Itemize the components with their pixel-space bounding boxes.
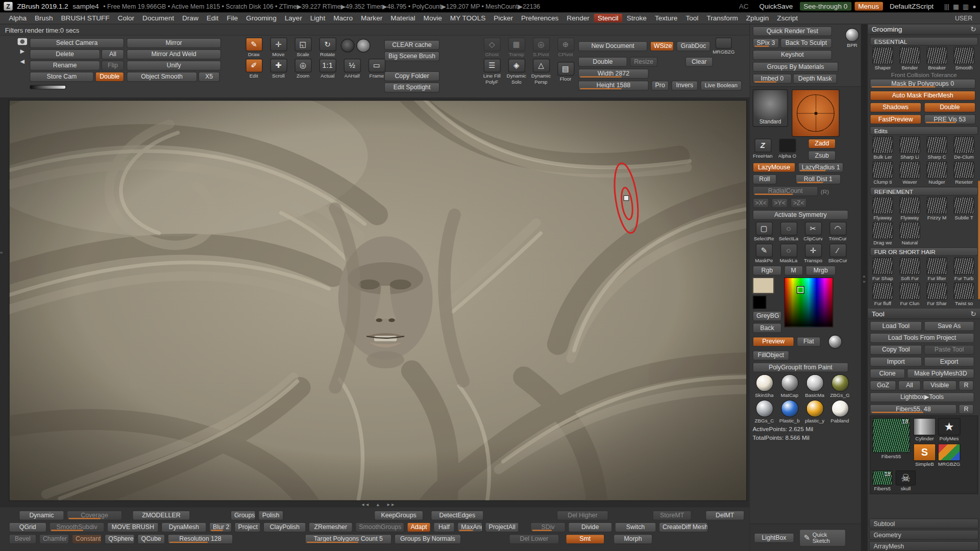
flip-button[interactable]: Flip (102, 61, 124, 71)
color-picker[interactable] (784, 278, 833, 328)
wsize-toggle[interactable]: WSize (650, 41, 674, 52)
groups-button[interactable]: Groups (231, 510, 256, 520)
creatediff-mesh-button[interactable]: CreateDiff Mesh (659, 522, 708, 533)
material-pabland[interactable]: Pabland (828, 400, 852, 424)
switch-button[interactable]: Switch (615, 522, 656, 533)
qsphere-button[interactable]: QSphere (105, 534, 135, 544)
brush-circle-dark-icon[interactable] (341, 39, 355, 53)
current-tool-slider[interactable]: Fibers55. 48 (870, 404, 957, 414)
grooming-panel-header[interactable]: Grooming ↻ (868, 24, 980, 35)
menu-item[interactable]: Edit (203, 14, 222, 22)
activate-symmetry-button[interactable]: Activate Symmetry (753, 210, 849, 220)
select-rect-brush[interactable]: ▢SelectRe (753, 222, 775, 242)
menu-item[interactable]: Transform (703, 14, 742, 22)
left-edge-scroll-icon[interactable]: « (0, 250, 3, 256)
tool-thumb-cylinder[interactable]: Cylinder (913, 418, 936, 442)
viewport-canvas[interactable] (9, 100, 747, 501)
divide-button[interactable]: Divide (568, 522, 612, 533)
menu-item[interactable]: Tool (682, 14, 702, 22)
tool-thumb-fibers5[interactable]: 18Fibers5 (872, 470, 892, 492)
imbed-slider[interactable]: Imbed 0 (753, 73, 792, 84)
storemt-button[interactable]: StoreMT (652, 510, 692, 520)
grooming-brush[interactable]: De-Clum (951, 136, 976, 160)
lazyradius-slider[interactable]: LazyRadius 1 (798, 162, 843, 172)
zremesher-button[interactable]: ZRemesher (309, 522, 353, 533)
tool-thumb-skull[interactable]: skull (896, 470, 916, 492)
m-toggle[interactable]: M (784, 265, 803, 276)
clear-cache-button[interactable]: CLEAR cache (384, 40, 440, 50)
goz-r-button[interactable]: R (959, 381, 974, 391)
menu-item[interactable]: BRUSH STUFF (57, 14, 113, 22)
panel-cycle-icon[interactable]: ↻ (970, 310, 976, 318)
camera-icon[interactable] (18, 38, 28, 45)
material-matcap[interactable]: MatCap (778, 374, 801, 398)
section-edits[interactable]: Edits (870, 126, 978, 135)
main-color-swatch[interactable] (753, 278, 774, 294)
auto-mask-fibermesh-toggle[interactable]: Auto Mask FiberMesh (870, 91, 975, 101)
grooming-brush[interactable]: Bulk Ler (870, 136, 895, 160)
scroll-button[interactable]: ✚Scroll (267, 59, 289, 79)
scroll-right-icon[interactable]: ►► (386, 502, 395, 507)
clear-button[interactable]: Clear (685, 57, 713, 67)
panel-grid-icon[interactable]: ▦ (953, 3, 959, 10)
section-refinement[interactable]: REFINEMENT (870, 187, 978, 195)
menu-item[interactable]: MY TOOLS (446, 14, 489, 22)
tool-thumb-polymesh3d[interactable]: PolyMes (938, 418, 960, 442)
tool-thumb-fibers55[interactable]: 18 Fibers55 (872, 418, 910, 459)
double-toggle[interactable]: Double (924, 103, 975, 113)
scale-mode-button[interactable]: ◱Scale (291, 37, 314, 57)
maxang-slider[interactable]: MaxAng (457, 522, 482, 533)
mrgb-toggle[interactable]: Mrgb (805, 265, 836, 276)
record-icon[interactable]: ● (972, 3, 976, 10)
tool-thumb-mrgbzgrabber[interactable]: MRGBZG (938, 443, 960, 467)
grooming-brush[interactable]: Smooth (951, 47, 976, 71)
double-sided-button[interactable]: Double (95, 72, 124, 82)
grooming-brush[interactable]: Natural (897, 222, 922, 246)
select-camera-button[interactable]: Select Camera (30, 38, 124, 48)
half-button[interactable]: Half (433, 522, 455, 533)
qgrid-button[interactable]: QGrid (9, 522, 46, 533)
back-to-sculpt-button[interactable]: Back To Sculpt (780, 38, 832, 48)
grooming-brush[interactable]: Fur Turb (951, 257, 976, 281)
goz-visible-button[interactable]: Visible (923, 381, 957, 391)
grooming-brush[interactable]: Fur Shar (924, 282, 949, 306)
fastpreview-toggle[interactable]: FastPreview (870, 114, 921, 124)
save-as-button[interactable]: Save As (924, 321, 974, 331)
grooming-brush[interactable]: Fur fluff (870, 282, 895, 306)
width-slider[interactable]: Width 2872 (578, 69, 649, 79)
blur-slider[interactable]: Blur 2 (209, 522, 232, 533)
goz-button[interactable]: GoZ (870, 381, 896, 391)
menu-item[interactable]: Stroke (623, 14, 650, 22)
smoothsubdiv-slider[interactable]: SmoothSubdiv (49, 522, 105, 533)
menu-item[interactable]: Picker (490, 14, 517, 22)
material-skinshade[interactable]: SkinSha (753, 374, 776, 398)
brush-circle-light-icon[interactable] (356, 39, 370, 53)
grooming-brush[interactable]: Twist so (951, 282, 976, 306)
depth-mask-button[interactable]: Depth Mask (793, 73, 837, 84)
copy-folder-button[interactable]: Copy Folder (384, 71, 440, 82)
project-button[interactable]: Project (234, 522, 261, 533)
zoom-button[interactable]: ◎Zoom (291, 59, 314, 79)
actual-size-button[interactable]: 1:1Actual (316, 59, 338, 79)
panel-collapse-icon[interactable]: «» (861, 274, 867, 285)
spix-slider[interactable]: SPix 3 (753, 38, 779, 48)
object-smooth-button[interactable]: Object Smooth (127, 72, 197, 82)
smt-button[interactable]: Smt (566, 534, 605, 544)
slice-curve-brush[interactable]: ∕SliceCur (826, 244, 849, 264)
material-basic[interactable]: BasicMa (803, 374, 826, 398)
detectedges-button[interactable]: DetectEdges (431, 510, 484, 520)
goz-all-button[interactable]: All (898, 381, 921, 391)
grooming-brush[interactable]: Breaker (924, 47, 949, 71)
brush-preview[interactable] (792, 89, 840, 137)
symmetry-axis-button[interactable]: >X< (753, 198, 769, 208)
unify-button[interactable]: Unify (127, 61, 221, 71)
fillobject-button[interactable]: FillObject (753, 350, 790, 361)
menu-item[interactable]: Macro (330, 14, 357, 22)
zmodeller-button[interactable]: ZMODELLER (132, 510, 190, 520)
transpose-brush[interactable]: ✛Transpo (802, 244, 824, 264)
lazymouse-toggle[interactable]: LazyMouse (753, 162, 796, 172)
play-icon[interactable]: ▶ (20, 47, 25, 55)
qcube-button[interactable]: QCube (137, 534, 165, 544)
menu-item[interactable]: Material (387, 14, 419, 22)
mask-by-polygroups-slider[interactable]: Mask By Polygroups 0 (870, 79, 975, 89)
